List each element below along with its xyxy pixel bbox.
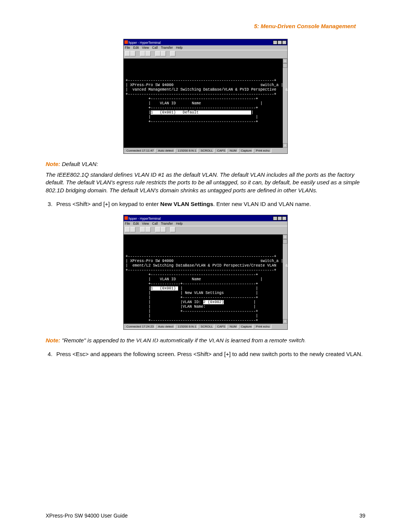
window-title: hpper - HyperTerminal	[129, 41, 161, 45]
scroll-up-icon[interactable]: ▴	[283, 59, 287, 63]
menu-edit[interactable]: Edit	[133, 222, 139, 225]
menu-transfer[interactable]: Transfer	[161, 46, 173, 50]
terminal-screen[interactable]: ▴ ▾ +-----------------------------------…	[124, 59, 287, 148]
footer-guide: XPress-Pro SW 94000 User Guide	[46, 513, 128, 519]
toolbar-button[interactable]	[155, 51, 161, 56]
status-printecho: Print echo	[255, 324, 271, 329]
hyperterminal-window-2: hpper - HyperTerminal _□× File Edit View…	[123, 215, 288, 330]
term-breadcrumb: ement/L2 Switching DataBase/VLAN & PVID …	[132, 264, 276, 268]
term-device: XPress-Pro SW 94000	[130, 259, 174, 263]
menu-file[interactable]: File	[125, 222, 130, 225]
app-icon	[124, 216, 128, 220]
maximize-icon[interactable]: □	[277, 40, 282, 45]
window-title: hpper - HyperTerminal	[129, 217, 161, 220]
toolbar-button[interactable]	[170, 227, 175, 232]
dlg-vlan-id-label: VLAN ID:	[183, 300, 201, 304]
menu-call[interactable]: Call	[152, 46, 158, 50]
menu-call[interactable]: Call	[152, 222, 158, 225]
dlg-vlan-name-label: VLAN Name:	[183, 305, 206, 309]
toolbar-button[interactable]	[130, 227, 135, 232]
term-user: switch_a	[260, 83, 279, 87]
term-device: XPress-Pro SW 94000	[130, 83, 174, 87]
status-num: NUM	[228, 324, 238, 329]
toolbar-button[interactable]	[161, 51, 166, 56]
status-connected: Connected 17:24:23	[125, 324, 155, 329]
note-label: Note:	[46, 161, 60, 167]
step-4: Press <Esc> and appears the following sc…	[54, 350, 365, 358]
toolbar-button[interactable]	[170, 51, 175, 56]
window-titlebar[interactable]: hpper - HyperTerminal _□×	[124, 39, 287, 45]
toolbar-button[interactable]	[145, 51, 151, 56]
toolbar-button[interactable]	[125, 51, 130, 56]
term-breadcrumb: vanced Management/L2 Switching DataBase/…	[132, 88, 276, 92]
maximize-icon[interactable]: □	[277, 216, 282, 220]
status-autodetect: Auto detect	[156, 324, 175, 329]
status-caps: CAPS	[215, 324, 227, 329]
status-bar: Connected 17:24:23 Auto detect 115200 8-…	[124, 324, 287, 329]
status-scroll: SCROLL	[199, 149, 214, 153]
menu-view[interactable]: View	[142, 222, 149, 225]
menu-file[interactable]: File	[125, 46, 130, 50]
status-printecho: Print echo	[255, 149, 271, 153]
footer-page: 39	[359, 513, 365, 519]
col-name: Name	[192, 277, 201, 281]
menu-view[interactable]: View	[142, 46, 149, 50]
scroll-thumb[interactable]	[283, 239, 287, 244]
vlan-row[interactable]: 1 (0x001)	[151, 286, 178, 291]
menu-help[interactable]: Help	[176, 222, 182, 225]
toolbar-button[interactable]	[140, 227, 145, 232]
close-icon[interactable]: ×	[282, 40, 287, 45]
col-vlan-id: VLAN ID	[160, 101, 176, 105]
term-esc: <ESC>Previous	[281, 165, 311, 169]
menu-help[interactable]: Help	[176, 46, 182, 50]
toolbar	[124, 50, 287, 59]
status-caps: CAPS	[215, 149, 227, 153]
scroll-down-icon[interactable]: ▾	[283, 143, 287, 148]
minimize-icon[interactable]: _	[273, 216, 277, 220]
dlg-vlan-id-value[interactable]: 2 (0x002)	[203, 300, 224, 304]
menu-bar[interactable]: File Edit View Call Transfer Help	[124, 221, 287, 226]
note-default-vlan-body: The IEEE802.1Q standard defines VLAN ID …	[46, 171, 365, 194]
col-vlan-id: VLAN ID	[160, 277, 176, 281]
vlan-row[interactable]: 1 (0x001) Default	[151, 110, 251, 115]
scroll-up-icon[interactable]: ▴	[283, 235, 287, 239]
status-capture: Capture	[239, 149, 253, 153]
term-help: <UpArrow><DownArrow>Move <Enter>Modify	[130, 341, 219, 345]
dlg-title: New VLAN Settings	[185, 291, 224, 295]
status-num: NUM	[228, 149, 238, 153]
term-help: <UpArrow><DownArrow>Move <Enter>View/Mod…	[130, 165, 274, 169]
scroll-down-icon[interactable]: ▾	[283, 319, 287, 324]
status-bar: Connected 17:11:47 Auto detect 115200 8-…	[124, 148, 287, 153]
status-scroll: SCROLL	[199, 324, 214, 329]
toolbar-button[interactable]	[161, 227, 166, 232]
menu-transfer[interactable]: Transfer	[161, 222, 173, 225]
term-esc: <ESC>Previous	[281, 341, 311, 345]
scroll-thumb[interactable]	[283, 63, 287, 68]
status-connected: Connected 17:11:47	[125, 149, 155, 153]
menu-bar[interactable]: File Edit View Call Transfer Help	[124, 45, 287, 50]
status-capture: Capture	[239, 324, 253, 329]
step-3: Press <Shift> and [+] on keypad to enter…	[54, 200, 365, 208]
term-user: switch_a	[260, 259, 279, 263]
note-label: Note:	[46, 337, 60, 343]
col-name: Name	[192, 101, 201, 105]
status-baud: 115200 8-N-1	[176, 324, 198, 329]
status-autodetect: Auto detect	[156, 149, 175, 153]
menu-edit[interactable]: Edit	[133, 46, 139, 50]
section-header: 5: Menu-Driven Console Management	[46, 23, 356, 29]
window-titlebar[interactable]: hpper - HyperTerminal _□×	[124, 215, 287, 221]
toolbar-button[interactable]	[155, 227, 161, 232]
note-heading: Default VLAN:	[62, 161, 98, 167]
toolbar-button[interactable]	[125, 227, 130, 232]
toolbar-button[interactable]	[140, 51, 145, 56]
app-icon	[124, 40, 128, 44]
toolbar-button[interactable]	[145, 227, 151, 232]
status-baud: 115200 8-N-1	[176, 149, 198, 153]
term-role: admin	[285, 88, 297, 92]
close-icon[interactable]: ×	[282, 216, 287, 220]
minimize-icon[interactable]: _	[273, 40, 277, 45]
terminal-screen[interactable]: ▴ ▾ +-----------------------------------…	[124, 235, 287, 324]
toolbar-button[interactable]	[130, 51, 135, 56]
step3-bold: New VLAN Settings	[160, 201, 213, 207]
hyperterminal-window-1: hpper - HyperTerminal _□× File Edit View…	[123, 39, 288, 154]
